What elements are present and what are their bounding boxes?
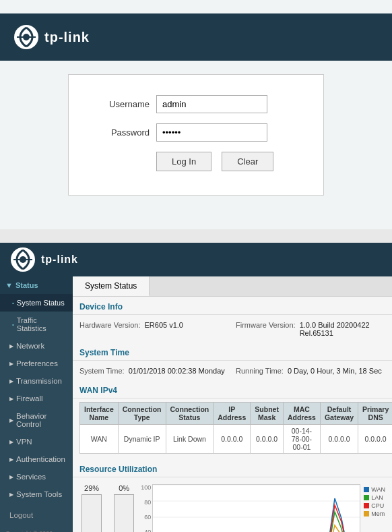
- col-interface: InterfaceName: [80, 403, 119, 425]
- table-cell: 0.0.0.0: [214, 425, 251, 454]
- hw-version-row: Hardware Version: ER605 v1.0: [79, 321, 229, 337]
- vpn-label: VPN: [16, 438, 32, 446]
- router-logo: tp-link: [10, 247, 78, 272]
- right-arrow-svc: ▶: [9, 474, 13, 480]
- sidebar-item-firewall[interactable]: ▶ Firewall: [0, 390, 73, 407]
- login-button[interactable]: Log In: [156, 152, 211, 171]
- col-ip: IP Address: [214, 403, 251, 425]
- authentication-label: Authentication: [16, 455, 65, 463]
- table-cell: 0.0.0.0: [320, 425, 358, 454]
- memory-pct: 29%: [84, 484, 99, 492]
- sidebar-item-traffic-statistics[interactable]: • Traffic Statistics: [0, 312, 73, 337]
- sidebar-item-status[interactable]: ▼ Status: [0, 276, 73, 294]
- running-time-label: Running Time:: [236, 367, 284, 375]
- down-arrow-icon: ▼: [5, 281, 13, 289]
- chart-with-yaxis: 100 80 60 40 20 0: [141, 484, 385, 532]
- right-arrow-auth: ▶: [9, 456, 13, 463]
- system-time-row: System Time: 01/01/2018 00:02:38 Monday: [79, 367, 229, 375]
- sidebar-item-authentication[interactable]: ▶ Authentication: [0, 450, 73, 468]
- right-arrow-st: ▶: [9, 492, 13, 498]
- resource-chart: [152, 484, 360, 532]
- system-time-grid: System Time: 01/01/2018 00:02:38 Monday …: [73, 364, 392, 380]
- legend-mem-dot: [364, 511, 369, 516]
- table-cell: 0.0.0.0: [358, 425, 392, 454]
- table-cell: Dynamic IP: [118, 425, 166, 454]
- table-row: WANDynamic IPLink Down0.0.0.00.0.0.000-1…: [80, 425, 393, 454]
- sidebar-item-services[interactable]: ▶ Services: [0, 468, 73, 485]
- hw-version-label: Hardware Version:: [79, 321, 141, 337]
- bullet-icon-2: •: [12, 322, 14, 328]
- table-cell: 00-14-78-00-00-01: [283, 425, 320, 454]
- wan-table: InterfaceName Connection Type Connection…: [79, 402, 392, 454]
- hw-version-value: ER605 v1.0: [145, 321, 183, 337]
- cpu-pct: 0%: [119, 484, 129, 492]
- resource-title: Resource Utilization: [73, 459, 392, 477]
- chart-legend: WAN LAN CPU: [364, 486, 385, 532]
- chart-svg-wrapper: [152, 484, 360, 532]
- router-body: ▼ Status • System Status • Traffic Stati…: [0, 276, 392, 532]
- preferences-label: Preferences: [16, 359, 58, 367]
- right-arrow-fw: ▶: [9, 396, 13, 402]
- main-content: System Status Device Info Hardware Versi…: [73, 276, 392, 532]
- router-logo-icon: [10, 247, 36, 272]
- network-label: Network: [16, 342, 44, 350]
- login-logo-text: tp-link: [44, 30, 90, 45]
- sidebar: ▼ Status • System Status • Traffic Stati…: [0, 276, 73, 532]
- system-tools-label: System Tools: [16, 490, 62, 498]
- running-time-row: Running Time: 0 Day, 0 Hour, 3 Min, 18 S…: [236, 367, 385, 375]
- wan-title: WAN IPv4: [73, 380, 392, 398]
- right-arrow-pref: ▶: [9, 361, 13, 367]
- legend-cpu-dot: [364, 503, 369, 508]
- sidebar-item-network[interactable]: ▶ Network: [0, 337, 73, 355]
- sidebar-wrapper: ▼ Status • System Status • Traffic Stati…: [0, 276, 73, 532]
- sidebar-item-vpn[interactable]: ▶ VPN: [0, 433, 73, 450]
- sidebar-item-preferences[interactable]: ▶ Preferences: [0, 355, 73, 372]
- fw-version-row: Firmware Version: 1.0.0 Build 20200422 R…: [236, 321, 385, 337]
- router-logo-text: tp-link: [41, 254, 78, 266]
- sidebar-item-system-status[interactable]: • System Status: [0, 294, 73, 312]
- running-time-value: 0 Day, 0 Hour, 3 Min, 18 Sec: [288, 367, 382, 375]
- col-conn-type: Connection Type: [118, 403, 166, 425]
- login-header: tp-link: [0, 13, 392, 61]
- right-arrow-bc: ▶: [9, 417, 13, 423]
- clear-button[interactable]: Clear: [222, 152, 273, 171]
- legend-wan: WAN: [364, 486, 385, 493]
- username-input[interactable]: [156, 95, 267, 113]
- logout-button[interactable]: Logout: [0, 506, 73, 524]
- legend-cpu: CPU: [364, 502, 385, 509]
- memory-bar-outer: [81, 494, 102, 532]
- behavior-control-label: Behavior Control: [16, 412, 67, 428]
- sidebar-item-system-tools[interactable]: ▶ System Tools: [0, 485, 73, 503]
- chart-y-labels: 100 80 60 40 20 0: [141, 484, 152, 532]
- system-status-label: System Status: [17, 299, 65, 307]
- transmission-label: Transmission: [16, 377, 62, 385]
- tab-system-status[interactable]: System Status: [73, 276, 150, 296]
- table-cell: WAN: [80, 425, 119, 454]
- chart-area-wrapper: 100 80 60 40 20 0: [141, 484, 385, 532]
- system-time-title: System Time: [73, 343, 392, 361]
- tab-bar: System Status: [73, 276, 392, 297]
- bullet-icon: •: [12, 300, 14, 306]
- table-cell: 0.0.0.0: [251, 425, 284, 454]
- device-info-title: Device Info: [73, 297, 392, 315]
- legend-lan: LAN: [364, 494, 385, 501]
- legend-wan-dot: [364, 487, 369, 492]
- sidebar-copyright: Copyright © 2020TP-Link Corporation Limi…: [0, 524, 73, 532]
- login-buttons: Log In Clear: [156, 152, 296, 171]
- sidebar-item-transmission[interactable]: ▶ Transmission: [0, 372, 73, 390]
- gauges-container: 29% Memory 0% CPU: [79, 484, 134, 532]
- sidebar-item-behavior-control[interactable]: ▶ Behavior Control: [0, 407, 73, 433]
- tp-link-logo-icon: [13, 24, 39, 50]
- cpu-gauge: 0% CPU: [114, 484, 134, 532]
- router-panel: tp-link ▼ Status • System Status • Traff…: [0, 243, 392, 532]
- col-gateway: Default Gateway: [320, 403, 358, 425]
- traffic-statistics-label: Traffic Statistics: [17, 316, 67, 332]
- fw-version-value: 1.0.0 Build 20200422 Rel.65131: [300, 321, 385, 337]
- col-dns: Primary DNS: [358, 403, 392, 425]
- password-input[interactable]: [156, 123, 267, 142]
- system-time-label: System Time:: [79, 367, 125, 375]
- memory-gauge: 29% Memory: [79, 484, 104, 532]
- firewall-label: Firewall: [16, 394, 43, 403]
- resource-chart-wrapper: 29% Memory 0% CPU: [73, 481, 392, 532]
- login-logo: tp-link: [13, 24, 90, 50]
